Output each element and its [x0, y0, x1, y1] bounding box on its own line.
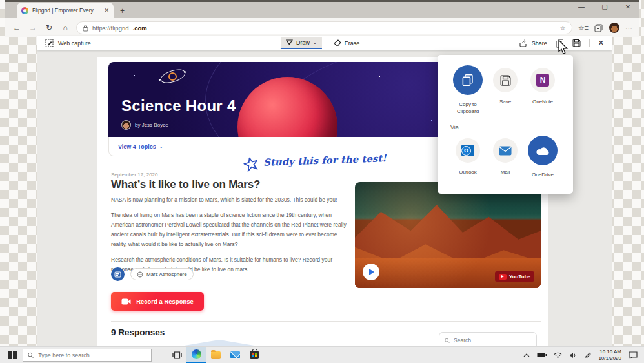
profile-avatar[interactable]	[609, 23, 619, 33]
taskbar-clock[interactable]: 10:10 AM 10/1/2020	[598, 349, 621, 361]
web-capture-title: Web capture	[45, 39, 91, 47]
copy-to-clipboard-icon	[453, 65, 483, 95]
background-hill-illustration	[181, 340, 258, 346]
save-icon[interactable]	[572, 39, 581, 47]
globe-icon	[137, 271, 143, 278]
task-view-button[interactable]	[167, 347, 186, 363]
refresh-icon[interactable]: ↻	[44, 23, 54, 32]
search-input[interactable]	[454, 337, 531, 344]
section-divider	[111, 321, 541, 322]
youtube-badge: YouTube	[495, 271, 534, 282]
share-save[interactable]: Save	[487, 65, 524, 115]
outlook-icon	[456, 138, 480, 163]
chevron-down-icon: ⌄	[159, 144, 163, 149]
forward-icon[interactable]: →	[28, 23, 38, 32]
topic-chip-mars-atmosphere[interactable]: Mars Atmosphere	[130, 268, 194, 280]
atom-orbit-icon	[159, 66, 187, 88]
share-outlook[interactable]: Outlook	[449, 136, 487, 178]
responses-heading: 9 Responses	[111, 327, 165, 337]
address-bar: ← → ↻ ⌂ https://flipgrid .com ☆ ☆≡ ⋯	[5, 18, 639, 37]
onedrive-icon	[528, 136, 558, 165]
maximize-button[interactable]: ▢	[600, 3, 609, 10]
battery-icon[interactable]	[537, 352, 547, 358]
url-tld: .com	[133, 25, 147, 32]
share-icon	[519, 39, 528, 47]
pen-workspace-icon[interactable]	[584, 351, 591, 358]
new-tab-button[interactable]: +	[120, 7, 125, 15]
share-button[interactable]: Share	[519, 39, 547, 47]
reader-icon	[114, 271, 121, 278]
start-button[interactable]	[8, 351, 17, 359]
taskbar-mail-button[interactable]	[225, 347, 245, 363]
task-view-icon	[172, 351, 182, 359]
immersive-reader-button[interactable]	[111, 267, 125, 281]
toolbar-divider	[589, 39, 590, 47]
edge-icon	[192, 349, 201, 359]
share-onedrive[interactable]: OneDrive	[524, 136, 561, 178]
home-icon[interactable]: ⌂	[60, 23, 70, 32]
minimize-button[interactable]: —	[577, 3, 586, 10]
video-camera-icon	[121, 298, 131, 305]
via-label: Via	[450, 124, 567, 130]
url-host: https://flipgrid	[92, 25, 129, 32]
youtube-logo-icon	[499, 274, 507, 280]
share-panel: Copy to Clipboard Save N OneNote Via Out…	[438, 55, 573, 194]
windows-taskbar: 10:10 AM 10/1/2020	[0, 346, 644, 363]
browser-tab[interactable]: Flipgrid | Empower Every Voice ✕	[17, 3, 114, 18]
article-date: September 17, 2020	[111, 172, 158, 178]
erase-button[interactable]: Erase	[330, 37, 364, 48]
lock-icon	[83, 25, 88, 32]
web-capture-toolbar: Web capture Draw ⌄ Erase Share	[37, 36, 612, 50]
favorites-icon[interactable]: ☆≡	[578, 24, 589, 32]
play-icon	[369, 269, 374, 275]
taskbar-search-input[interactable]	[38, 352, 146, 358]
action-center-icon[interactable]	[629, 351, 638, 359]
folder-icon	[211, 351, 221, 359]
byline: by Jess Boyce	[121, 120, 168, 130]
clock-date: 10/1/2020	[598, 355, 621, 362]
search-icon	[28, 352, 34, 358]
view-topics-link[interactable]: View 4 Topics ⌄	[118, 143, 163, 150]
browser-chrome: Flipgrid | Empower Every Voice ✕ + — ▢ ✕…	[5, 0, 639, 36]
url-field[interactable]: https://flipgrid .com ☆	[76, 21, 572, 34]
youtube-video-thumbnail[interactable]: YouTube	[355, 182, 541, 288]
tab-bar: Flipgrid | Empower Every Voice ✕ + — ▢ ✕	[5, 2, 639, 18]
tray-expand-icon[interactable]	[523, 353, 530, 357]
taskbar-search[interactable]	[23, 349, 152, 362]
store-icon	[250, 351, 259, 359]
desktop: Flipgrid | Empower Every Voice ✕ + — ▢ ✕…	[0, 0, 644, 363]
paragraph: NASA is now planning for a mission to Ma…	[111, 195, 350, 205]
onenote-icon: N	[530, 68, 555, 92]
back-icon[interactable]: ←	[12, 23, 22, 32]
paragraph: The idea of living on Mars has been a st…	[111, 211, 350, 249]
taskbar-explorer-button[interactable]	[206, 347, 225, 363]
taskbar-store-button[interactable]	[245, 347, 264, 363]
clock-time: 10:10 AM	[598, 349, 621, 355]
ink-star-icon	[243, 156, 260, 173]
share-onenote[interactable]: N OneNote	[524, 65, 561, 115]
share-copy-to-clipboard[interactable]: Copy to Clipboard	[449, 65, 487, 115]
web-capture-icon	[45, 39, 54, 47]
eraser-icon	[334, 39, 341, 47]
banner-title: Science Hour 4	[121, 97, 236, 115]
wifi-icon[interactable]	[554, 352, 562, 358]
article-title: What’s it like to live on Mars?	[111, 178, 260, 191]
taskbar-edge-button[interactable]	[186, 347, 206, 363]
add-favorite-icon[interactable]: ☆	[560, 25, 566, 32]
draw-button[interactable]: Draw ⌄	[281, 37, 322, 49]
collections-icon[interactable]	[594, 24, 603, 32]
tab-close-icon[interactable]: ✕	[104, 7, 109, 14]
volume-icon[interactable]	[569, 352, 577, 358]
mouse-cursor	[558, 40, 569, 56]
author-avatar	[121, 120, 131, 130]
chevron-down-icon[interactable]: ⌄	[313, 40, 317, 45]
record-response-button[interactable]: Record a Response	[111, 292, 204, 311]
mail-icon	[493, 138, 518, 163]
share-mail[interactable]: Mail	[487, 136, 524, 178]
close-window-button[interactable]: ✕	[623, 3, 632, 10]
settings-menu-icon[interactable]: ⋯	[625, 24, 632, 32]
save-file-icon	[493, 68, 518, 92]
play-button[interactable]	[363, 264, 379, 280]
close-capture-icon[interactable]: ✕	[598, 39, 604, 47]
pen-icon	[286, 39, 293, 47]
